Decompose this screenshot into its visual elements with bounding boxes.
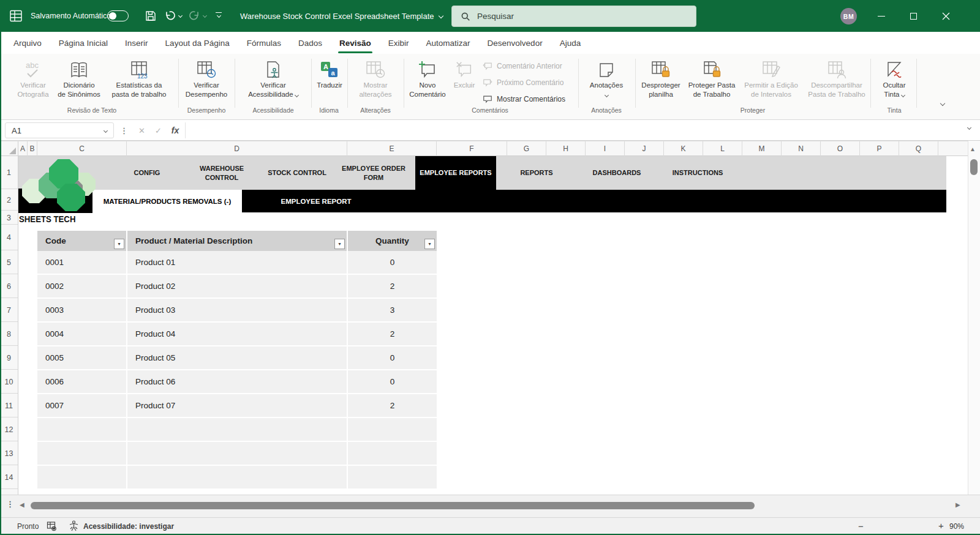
table-cell[interactable]	[348, 442, 437, 465]
table-cell[interactable]: 0007	[37, 394, 126, 417]
accessibility-status[interactable]: Acessibilidade: investigar	[69, 520, 174, 532]
table-cell[interactable]: Product 02	[127, 275, 347, 297]
redo-button[interactable]	[189, 10, 206, 21]
quick-access-toolbar-icon[interactable]	[216, 12, 222, 17]
horizontal-scrollbar-thumb[interactable]	[31, 502, 755, 509]
column-header-G[interactable]: G	[507, 141, 546, 156]
select-all-corner[interactable]	[0, 141, 18, 156]
translate-button[interactable]: A a Traduzir	[311, 56, 348, 105]
spelling-button[interactable]: abc VerificarOrtografia	[10, 56, 56, 105]
nav-tab-config[interactable]: CONFIG	[110, 156, 184, 190]
undo-button[interactable]	[164, 10, 182, 21]
new-comment-button[interactable]: NovoComentário	[404, 56, 451, 105]
column-header-F[interactable]: F	[437, 141, 507, 156]
maximize-button[interactable]	[897, 0, 930, 32]
zoom-in-icon[interactable]: +	[938, 520, 944, 531]
table-cell[interactable]	[348, 466, 437, 488]
table-cell[interactable]: 2	[348, 394, 437, 417]
table-cell[interactable]	[127, 418, 347, 441]
table-cell[interactable]: Product 03	[127, 299, 347, 321]
row-header-1[interactable]: 1	[0, 156, 18, 189]
row-header-8[interactable]: 8	[0, 323, 18, 346]
row-header-3[interactable]: 3	[0, 211, 18, 225]
tab-ajuda[interactable]: Ajuda	[551, 32, 590, 54]
table-cell[interactable]: Product 04	[127, 323, 347, 345]
nav-tab-warehouse-control[interactable]: WAREHOUSE CONTROL	[185, 156, 258, 190]
nav-tab-reports[interactable]: REPORTS	[500, 156, 573, 190]
table-cell[interactable]: Product 07	[127, 394, 347, 417]
name-box[interactable]: A1	[5, 122, 114, 138]
column-header-D[interactable]: D	[127, 141, 347, 156]
column-header-N[interactable]: N	[782, 141, 821, 156]
show-changes-button[interactable]: Mostraralterações	[350, 56, 401, 105]
scroll-right-icon[interactable]: ▶	[956, 501, 960, 508]
row-header-5[interactable]: 5	[0, 251, 18, 274]
notes-button[interactable]: Anotações	[580, 56, 633, 105]
row-header-10[interactable]: 10	[0, 370, 18, 394]
macro-record-icon[interactable]	[47, 521, 57, 533]
column-header-M[interactable]: M	[742, 141, 782, 156]
tab-revisao[interactable]: Revisão	[331, 32, 380, 54]
nav-tab-employee-reports[interactable]: EMPLOYEE REPORTS	[415, 156, 496, 190]
table-cell[interactable]: 0002	[37, 275, 126, 297]
row-header-7[interactable]: 7	[0, 299, 18, 322]
check-performance-button[interactable]: VerificarDesempenho	[181, 56, 232, 105]
table-cell[interactable]: Product 05	[127, 346, 347, 369]
table-cell[interactable]	[37, 442, 126, 465]
hide-ink-button[interactable]: OcultarTinta	[875, 56, 914, 105]
delete-comment-button[interactable]: Excluir	[448, 56, 480, 105]
zoom-level[interactable]: 90%	[949, 522, 964, 531]
collapse-ribbon-icon[interactable]	[940, 101, 945, 106]
confirm-entry-icon[interactable]: ✓	[155, 126, 162, 135]
table-cell[interactable]: 0003	[37, 299, 126, 321]
expand-formula-bar-icon[interactable]	[967, 125, 971, 130]
table-cell[interactable]: 0	[348, 370, 437, 393]
column-header-I[interactable]: I	[586, 141, 625, 156]
column-header-L[interactable]: L	[703, 141, 742, 156]
subtab-material-products-removals[interactable]: MATERIAL/PRODUCTS REMOVALS (-)	[92, 190, 242, 212]
table-cell[interactable]	[37, 466, 126, 488]
close-button[interactable]	[930, 0, 962, 32]
column-header-A[interactable]: A	[18, 141, 28, 156]
table-cell[interactable]: 0004	[37, 323, 126, 345]
autosave-toggle[interactable]	[107, 10, 129, 21]
search-input[interactable]	[477, 12, 673, 21]
filter-dropdown-icon[interactable]: ▾	[114, 239, 124, 249]
nav-tab-employee-order-form[interactable]: EMPLOYEE ORDER FORM	[337, 156, 410, 190]
allow-edit-ranges-button[interactable]: Permitir a Ediçãode Intervalos	[739, 56, 803, 105]
row-header-2[interactable]: 2	[0, 190, 18, 211]
column-header-B[interactable]: B	[28, 141, 37, 156]
column-header-K[interactable]: K	[664, 141, 703, 156]
tab-automatizar[interactable]: Automatizar	[418, 32, 479, 54]
previous-comment-button[interactable]: Comentário Anterior	[483, 58, 581, 73]
tab-arquivo[interactable]: Arquivo	[5, 32, 50, 54]
table-header-code[interactable]: Code	[37, 231, 126, 251]
minimize-button[interactable]	[865, 0, 897, 32]
unprotect-sheet-button[interactable]: Desprotegerplanilha	[636, 56, 686, 105]
row-header-9[interactable]: 9	[0, 346, 18, 370]
save-icon[interactable]	[145, 10, 157, 22]
table-cell[interactable]: Product 01	[127, 251, 347, 274]
table-cell[interactable]: 3	[348, 299, 437, 321]
tab-desenvolvedor[interactable]: Desenvolvedor	[479, 32, 551, 54]
cancel-entry-icon[interactable]: ✕	[138, 126, 145, 135]
tab-layout-da-pagina[interactable]: Layout da Página	[157, 32, 238, 54]
excel-app-icon[interactable]	[9, 9, 23, 23]
row-header-11[interactable]: 11	[0, 394, 18, 417]
table-header-quantity[interactable]: Quantity	[348, 231, 437, 251]
zoom-out-icon[interactable]: −	[858, 521, 864, 531]
table-cell[interactable]	[127, 442, 347, 465]
name-box-options-icon[interactable]: ⋮	[120, 126, 129, 135]
column-header-P[interactable]: P	[860, 141, 899, 156]
row-header-4[interactable]: 4	[0, 225, 18, 250]
row-header-12[interactable]: 12	[0, 418, 18, 441]
table-cell[interactable]: 0	[348, 346, 437, 369]
table-cell[interactable]: 2	[348, 275, 437, 297]
nav-tab-instructions[interactable]: INSTRUCTIONS	[661, 156, 734, 190]
thesaurus-button[interactable]: Dicionáriode Sinônimos	[51, 56, 107, 105]
workbook-statistics-button[interactable]: 123 Estatísticas dapasta de trabalho	[105, 56, 173, 105]
row-header-6[interactable]: 6	[0, 275, 18, 298]
column-header-E[interactable]: E	[347, 141, 437, 156]
table-cell[interactable]	[37, 418, 126, 441]
vertical-scrollbar-thumb[interactable]	[970, 159, 978, 175]
